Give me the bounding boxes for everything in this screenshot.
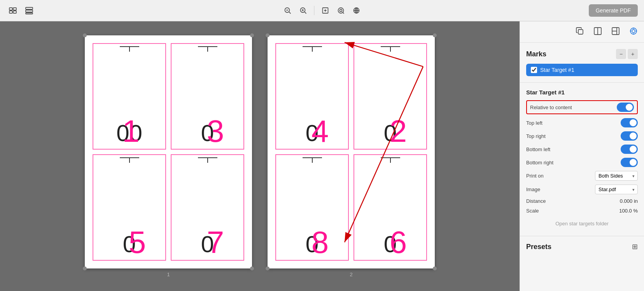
image-label: Image — [526, 186, 540, 192]
top-left-row: Top left — [526, 118, 638, 127]
card-vert-line — [129, 47, 130, 52]
panel-icon-layout1[interactable] — [592, 25, 604, 39]
svg-point-18 — [340, 9, 342, 12]
card-number-004: 0 4 — [306, 122, 318, 145]
mark-checkbox[interactable] — [531, 67, 537, 73]
card-number-005: 0 5 — [123, 233, 136, 256]
card-num-pink: 4 — [312, 116, 329, 147]
card-num-pink: 7 — [207, 227, 224, 258]
page-1: 00 1 0 3 — [85, 35, 252, 268]
card-num-pink: 2 — [390, 116, 407, 147]
marks-title: Marks — [526, 50, 546, 58]
canvas-area: 00 1 0 3 — [0, 21, 520, 291]
zoom-full-btn[interactable] — [350, 4, 363, 17]
corner-marker-tr-p1 — [250, 33, 254, 37]
presets-grid-btn[interactable]: ⊞ — [632, 242, 638, 251]
card-002: 0 2 — [354, 43, 427, 150]
card-vert-line — [207, 47, 208, 52]
svg-rect-5 — [26, 10, 33, 12]
svg-rect-4 — [26, 7, 33, 9]
toolbar-divider — [314, 6, 315, 15]
bottom-left-toggle[interactable] — [621, 145, 638, 154]
svg-rect-3 — [13, 11, 16, 13]
card-num-pink: 1 — [122, 116, 140, 147]
card-number-001: 00 1 — [116, 122, 142, 145]
card-number-006: 0 6 — [384, 233, 397, 256]
svg-rect-2 — [9, 11, 12, 13]
toolbar-left — [6, 4, 36, 17]
corner-marker-tl-p2 — [266, 33, 270, 37]
layout-btn-2[interactable] — [23, 4, 36, 17]
card-004: 0 4 — [275, 43, 349, 150]
image-select[interactable]: Star.pdf — [595, 185, 638, 194]
bottom-right-toggle[interactable] — [621, 158, 638, 167]
card-vert-line — [312, 47, 313, 52]
page-1-number: 1 — [167, 272, 170, 277]
top-right-row: Top right — [526, 131, 638, 141]
panel-icon-target[interactable] — [628, 25, 639, 39]
layout-btn-1[interactable] — [6, 4, 19, 17]
page-1-wrapper: 00 1 0 3 — [85, 35, 252, 277]
presets-section: Presets ⊞ — [520, 236, 644, 262]
page-2-inner: 0 4 0 2 — [268, 35, 435, 268]
card-number-003: 0 3 — [201, 122, 214, 145]
card-006: 0 6 — [354, 154, 427, 261]
toolbar-center — [282, 4, 363, 17]
bottom-left-row: Bottom left — [526, 145, 638, 154]
print-on-row: Print on Both Sides Front Only Back Only — [526, 171, 638, 181]
page-1-inner: 00 1 0 3 — [85, 35, 252, 268]
mark-item-star-target[interactable]: Star Target #1 — [526, 64, 638, 76]
zoom-actual-btn[interactable] — [335, 4, 347, 17]
panel-icon-layout2[interactable] — [610, 25, 621, 39]
corner-marker-br-p2 — [433, 267, 437, 270]
bottom-left-label: Bottom left — [526, 146, 550, 152]
svg-rect-27 — [578, 30, 583, 34]
relative-to-content-label: Relative to content — [530, 105, 572, 110]
card-008: 0 8 — [275, 154, 349, 261]
open-folder-link[interactable]: Open star targets folder — [526, 218, 638, 230]
card-vert-line — [390, 47, 391, 52]
card-top-marks — [198, 46, 217, 52]
card-number-007: 0 7 — [201, 233, 214, 256]
presets-title: Presets — [526, 243, 551, 251]
card-vert-line — [312, 158, 313, 163]
svg-line-9 — [289, 12, 291, 14]
marks-minus-btn[interactable]: − — [616, 49, 626, 59]
card-top-marks — [381, 46, 400, 52]
corner-marker-bl-p2 — [266, 267, 270, 270]
toolbar-right: Generate PDF — [589, 4, 638, 17]
svg-point-34 — [632, 30, 635, 33]
corner-marker-br-p1 — [250, 267, 254, 270]
page-2-number: 2 — [350, 272, 352, 277]
bottom-right-label: Bottom right — [526, 160, 553, 166]
generate-pdf-button[interactable]: Generate PDF — [589, 4, 638, 17]
card-num-pink: 3 — [207, 116, 224, 147]
zoom-out-btn[interactable] — [282, 4, 294, 17]
star-target-section: Star Target #1 Relative to content Top l… — [520, 83, 644, 236]
panel-icon-copy[interactable] — [574, 25, 586, 39]
card-top-marks — [303, 157, 322, 163]
relative-to-content-toggle[interactable] — [617, 103, 634, 112]
scale-value: 100.0 % — [619, 208, 638, 214]
card-top-marks — [303, 46, 322, 52]
card-007: 0 7 — [171, 154, 244, 261]
top-left-label: Top left — [526, 120, 542, 126]
marks-header-btns: − + — [616, 49, 638, 59]
top-left-toggle[interactable] — [621, 118, 638, 127]
corner-marker-tl-p1 — [83, 33, 87, 37]
card-num-pink: 6 — [390, 227, 407, 258]
print-on-select[interactable]: Both Sides Front Only Back Only — [595, 171, 638, 181]
right-panel: Marks − + Star Target #1 Star Target #1 … — [520, 21, 644, 291]
pages-container: 00 1 0 3 — [85, 35, 435, 277]
marks-plus-btn[interactable]: + — [628, 49, 638, 59]
card-number-002: 0 2 — [384, 122, 397, 145]
card-top-marks — [198, 157, 217, 163]
card-num-pink: 8 — [312, 227, 329, 258]
svg-line-13 — [305, 12, 306, 14]
page-2: 0 4 0 2 — [268, 35, 435, 268]
fit-page-btn[interactable] — [319, 4, 332, 17]
corner-marker-bl-p1 — [83, 267, 87, 270]
zoom-in-btn[interactable] — [297, 4, 310, 17]
top-right-toggle[interactable] — [621, 131, 638, 141]
bottom-right-row: Bottom right — [526, 158, 638, 167]
